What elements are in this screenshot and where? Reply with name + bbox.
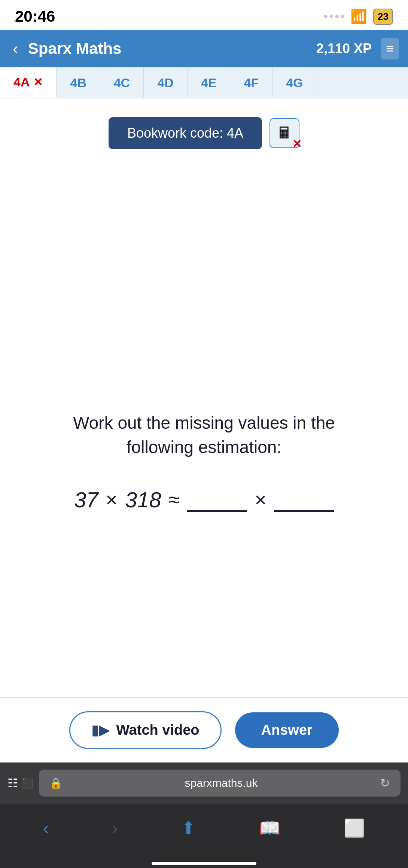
- browser-tabs-button[interactable]: ⬜: [336, 814, 372, 842]
- math-blank-2: [274, 485, 334, 512]
- main-content: Bookwork code: 4A 🖩 ✕ Work out the missi…: [0, 98, 408, 697]
- url-text: sparxmaths.uk: [68, 777, 375, 789]
- math-expression: 37 × 318 ≈ ×: [74, 485, 334, 514]
- tab-list-icon[interactable]: ⬛: [21, 777, 33, 789]
- browser-bottom-nav: ‹ › ⬆ 📖 ⬜: [0, 804, 408, 852]
- browser-share-button[interactable]: ⬆: [174, 814, 203, 842]
- calculator-icon: 🖩 ✕: [270, 118, 299, 148]
- bookwork-row: Bookwork code: 4A 🖩 ✕: [22, 117, 386, 149]
- math-num-318: 318: [125, 487, 161, 512]
- browser-forward-button[interactable]: ›: [104, 814, 125, 842]
- wifi-icon: 📶: [350, 9, 367, 24]
- app-title: Sparx Maths: [28, 40, 316, 58]
- math-num-37: 37: [74, 487, 98, 512]
- url-bar[interactable]: 🔒 sparxmaths.uk ↻: [39, 770, 401, 797]
- status-icons: 📶 23: [324, 9, 393, 25]
- tab-4g[interactable]: 4G: [272, 67, 317, 98]
- xp-display: 2,110 XP: [316, 41, 372, 56]
- tab-4b[interactable]: 4B: [57, 67, 100, 98]
- menu-button[interactable]: ≡: [381, 38, 399, 59]
- tab-4a[interactable]: 4A ✕: [0, 67, 57, 98]
- browser-back-button[interactable]: ‹: [36, 814, 56, 842]
- question-area: Work out the missing values in thefollow…: [22, 247, 386, 678]
- tabs-bar: 4A ✕ 4B 4C 4D 4E 4F 4G: [0, 67, 408, 98]
- refresh-icon[interactable]: ↻: [380, 776, 390, 790]
- top-nav: ‹ Sparx Maths 2,110 XP ≡: [0, 30, 408, 67]
- tab-4f[interactable]: 4F: [230, 67, 272, 98]
- bookwork-code: Bookwork code: 4A: [109, 117, 262, 149]
- tab-4e[interactable]: 4E: [188, 67, 231, 98]
- bottom-actions: ▮▶ Watch video Answer: [0, 697, 408, 762]
- tab-4c[interactable]: 4C: [100, 67, 144, 98]
- lock-icon: 🔒: [49, 777, 63, 789]
- math-approx: ≈: [169, 488, 180, 511]
- tab-close-icon[interactable]: ✕: [33, 76, 43, 89]
- tab-switcher-icon[interactable]: ☷: [7, 776, 18, 790]
- math-blank-1: [187, 485, 247, 512]
- math-times-2: ×: [255, 488, 267, 511]
- browser-bar: ☷ ⬛ 🔒 sparxmaths.uk ↻: [0, 762, 408, 804]
- watch-video-button[interactable]: ▮▶ Watch video: [69, 711, 221, 749]
- video-icon: ▮▶: [91, 722, 109, 738]
- math-times-1: ×: [106, 488, 118, 511]
- status-bar: 20:46 📶 23: [0, 0, 408, 30]
- browser-bookmarks-button[interactable]: 📖: [252, 814, 288, 842]
- battery-icon: 23: [373, 9, 393, 25]
- back-button[interactable]: ‹: [9, 36, 22, 62]
- tab-4d[interactable]: 4D: [144, 67, 187, 98]
- calc-x-icon: ✕: [292, 137, 302, 150]
- signal-icon: [324, 15, 344, 18]
- question-text: Work out the missing values in thefollow…: [73, 411, 335, 459]
- answer-button[interactable]: Answer: [235, 712, 339, 748]
- home-bar: [152, 862, 256, 865]
- home-indicator: [0, 852, 408, 868]
- status-time: 20:46: [15, 7, 55, 25]
